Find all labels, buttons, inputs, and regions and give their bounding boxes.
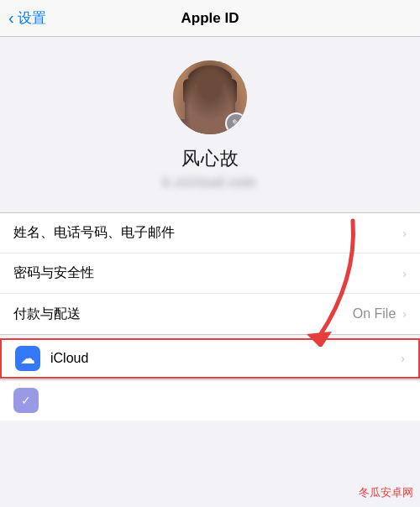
chevron-icon-name-phone-email: › xyxy=(402,227,407,240)
settings-item-payment-delivery[interactable]: 付款与配送 On File › xyxy=(0,294,420,334)
svg-rect-12 xyxy=(185,89,193,123)
navigation-bar: ‹ 设置 Apple ID xyxy=(0,0,420,37)
back-button[interactable]: ‹ 设置 xyxy=(8,8,46,28)
icloud-icon: ☁ xyxy=(15,346,40,371)
svg-point-7 xyxy=(199,91,206,97)
menu-item-label-payment-delivery: 付款与配送 xyxy=(13,306,353,323)
profile-name[interactable]: 风心故 xyxy=(181,146,239,171)
menu-item-label-password-security: 密码与安全性 xyxy=(13,264,402,282)
svg-point-8 xyxy=(214,91,221,97)
avatar-edit-badge[interactable] xyxy=(225,112,247,134)
settings-item-name-phone-email[interactable]: 姓名、电话号码、电子邮件 › xyxy=(0,213,420,254)
next-item-icon: ✓ xyxy=(13,388,39,413)
menu-item-value-payment-delivery: On File xyxy=(353,306,396,321)
svg-point-3 xyxy=(190,77,230,114)
back-label: 设置 xyxy=(18,8,46,28)
svg-point-6 xyxy=(190,65,230,89)
settings-group-main: 姓名、电话号码、电子邮件 › 密码与安全性 › 付款与配送 On File › xyxy=(0,212,420,335)
svg-rect-5 xyxy=(225,79,237,104)
avatar[interactable] xyxy=(173,60,247,134)
settings-item-icloud[interactable]: ☁ iCloud › xyxy=(0,338,420,379)
profile-section: 风心故 k.xicloud.com xyxy=(0,37,420,206)
svg-rect-10 xyxy=(203,111,217,123)
watermark: 冬瓜安卓网 xyxy=(359,485,413,500)
svg-rect-2 xyxy=(188,67,232,87)
svg-point-9 xyxy=(208,100,212,102)
menu-item-label-icloud: iCloud xyxy=(50,351,401,366)
settings-group-secondary: ✓ xyxy=(0,379,420,421)
settings-item-next[interactable]: ✓ xyxy=(0,380,420,421)
settings-list: 姓名、电话号码、电子邮件 › 密码与安全性 › 付款与配送 On File › … xyxy=(0,212,420,421)
chevron-icon-payment-delivery: › xyxy=(402,307,407,321)
back-chevron-icon: ‹ xyxy=(8,8,14,28)
profile-email: k.xicloud.com xyxy=(164,175,257,189)
svg-rect-4 xyxy=(183,79,195,104)
chevron-icon-icloud: › xyxy=(401,352,405,365)
chevron-icon-password-security: › xyxy=(402,267,407,280)
settings-item-password-security[interactable]: 密码与安全性 › xyxy=(0,254,420,294)
menu-item-label-name-phone-email: 姓名、电话号码、电子邮件 xyxy=(13,224,402,242)
icloud-section: ☁ iCloud › xyxy=(0,338,420,379)
page-title: Apple ID xyxy=(181,10,239,27)
